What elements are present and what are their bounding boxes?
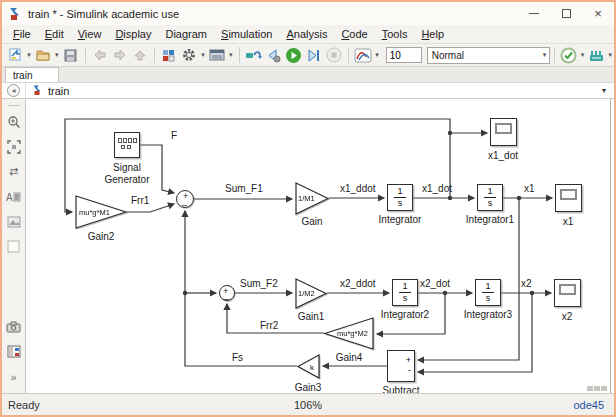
back-circle-icon: ◂ xyxy=(11,86,15,95)
status-bar: 106% Ready ode45 xyxy=(2,393,614,415)
direction-arrows-icon: ⇄ xyxy=(9,165,18,178)
signal-x1-dot: x1_dot xyxy=(422,183,452,194)
simulation-data-inspector-button[interactable] xyxy=(353,46,373,65)
block-integrator3[interactable]: 1s xyxy=(475,279,501,306)
up-to-parent-button[interactable] xyxy=(130,46,150,65)
data-inspector-icon xyxy=(354,48,372,63)
menu-diagram[interactable]: Diagram xyxy=(158,26,214,42)
menu-code[interactable]: Code xyxy=(334,26,374,42)
breadcrumb-back-button[interactable]: ◂ xyxy=(7,84,20,97)
tool-palette: ⇄ A » xyxy=(2,99,26,393)
new-model-dropdown[interactable]: ▾ xyxy=(25,51,33,59)
step-back-button[interactable] xyxy=(264,46,284,65)
block-integrator1[interactable]: 1s xyxy=(477,184,503,211)
save-button[interactable] xyxy=(61,46,81,65)
zoom-in-button[interactable] xyxy=(5,113,22,130)
model-settings-button[interactable] xyxy=(179,46,199,65)
block-gain2[interactable]: mu*g*M1 xyxy=(75,195,127,229)
menu-analysis[interactable]: Analysis xyxy=(279,26,334,42)
library-browser-icon xyxy=(161,48,176,63)
run-button[interactable] xyxy=(284,46,304,65)
menu-display[interactable]: Display xyxy=(108,26,158,42)
model-settings-dropdown[interactable]: ▾ xyxy=(199,51,207,59)
build-icon xyxy=(588,48,605,63)
expand-more-icon: » xyxy=(10,371,16,383)
build-dropdown[interactable]: ▾ xyxy=(606,51,614,59)
forward-button[interactable] xyxy=(110,46,130,65)
annotation-icon: A xyxy=(6,191,21,203)
step-forward-icon xyxy=(306,48,321,63)
model-advisor-dropdown[interactable]: ▾ xyxy=(579,51,587,59)
model-browser-button[interactable] xyxy=(5,343,22,360)
block-gain[interactable]: 1/M1 xyxy=(295,182,329,215)
stop-icon xyxy=(326,47,342,63)
block-integrator2[interactable]: 1s xyxy=(392,279,418,306)
block-integrator[interactable]: 1s xyxy=(387,184,413,211)
model-advisor-button[interactable] xyxy=(558,46,578,65)
model-advisor-icon xyxy=(560,47,577,64)
area-box-button[interactable] xyxy=(5,238,22,255)
model-canvas[interactable]: Signal Generator mu*g*M1 Gain2 + _ 1/M1 … xyxy=(27,99,611,393)
save-icon xyxy=(63,48,78,63)
expand-palette-button[interactable]: » xyxy=(5,368,22,385)
simulation-mode-caret: ▾ xyxy=(541,51,549,59)
scope-screen-icon xyxy=(559,284,576,295)
open-button[interactable] xyxy=(33,46,53,65)
block-sum1[interactable]: + _ xyxy=(176,190,194,208)
model-icon xyxy=(32,85,44,96)
label-gain4: Gain4 xyxy=(324,352,374,364)
open-dropdown[interactable]: ▾ xyxy=(53,51,61,59)
stop-button[interactable] xyxy=(324,46,344,65)
annotation-button[interactable]: A xyxy=(5,188,22,205)
signal-x2-ddot: x2_ddot xyxy=(340,278,376,289)
menu-simulation[interactable]: Simulation xyxy=(214,26,279,42)
menu-tools[interactable]: Tools xyxy=(375,26,415,42)
block-gain3[interactable]: k xyxy=(297,354,320,379)
block-gain4[interactable]: mu*g*M2 xyxy=(324,317,374,350)
minimize-button[interactable] xyxy=(518,2,550,25)
menu-help[interactable]: Help xyxy=(414,26,451,42)
tab-train[interactable]: train xyxy=(5,67,59,82)
new-model-button[interactable] xyxy=(5,46,25,65)
image-button[interactable] xyxy=(5,213,22,230)
data-editor-dropdown[interactable]: ▾ xyxy=(227,51,235,59)
model-data-editor-button[interactable] xyxy=(207,46,227,65)
integrator1-den: s xyxy=(488,198,493,209)
breadcrumb-current[interactable]: train xyxy=(48,85,69,97)
block-scope-x2[interactable] xyxy=(554,279,581,307)
data-inspector-dropdown[interactable]: ▾ xyxy=(373,51,381,59)
stop-time-input[interactable] xyxy=(386,47,422,63)
block-scope-x1[interactable] xyxy=(555,184,582,212)
branch-dot xyxy=(448,131,452,135)
library-browser-button[interactable] xyxy=(159,46,179,65)
signal-f: F xyxy=(171,130,177,141)
breadcrumb-dropdown[interactable]: ▾ xyxy=(602,86,606,95)
direction-arrows-button[interactable]: ⇄ xyxy=(5,163,22,180)
block-gain1[interactable]: 1/M2 xyxy=(295,278,327,309)
build-button[interactable] xyxy=(586,46,606,65)
close-button[interactable]: × xyxy=(582,2,614,25)
block-subtract[interactable]: + - xyxy=(387,350,415,382)
menu-file[interactable]: File xyxy=(6,26,38,42)
block-scope-x1-dot[interactable] xyxy=(490,118,517,146)
subtract-plus: + xyxy=(406,356,411,365)
update-diagram-button[interactable] xyxy=(243,46,263,65)
step-forward-button[interactable] xyxy=(304,46,324,65)
simulation-mode-combo[interactable]: Normal ▾ xyxy=(427,47,550,64)
solver-name[interactable]: ode45 xyxy=(573,399,604,411)
block-sum2[interactable]: + _ xyxy=(219,285,235,301)
zoom-level[interactable]: 106% xyxy=(2,399,614,411)
screenshot-button[interactable] xyxy=(5,318,22,335)
menu-view[interactable]: View xyxy=(71,26,109,42)
label-integrator: Integrator xyxy=(365,214,435,226)
fit-to-view-button[interactable] xyxy=(5,138,22,155)
back-button[interactable] xyxy=(90,46,110,65)
integrator3-den: s xyxy=(486,293,491,304)
scrollbar-corner[interactable] xyxy=(587,386,607,391)
signal-frr1: Frr1 xyxy=(131,195,149,206)
maximize-button[interactable] xyxy=(550,2,582,25)
integrator-num: 1 xyxy=(394,186,405,198)
label-gain2: Gain2 xyxy=(76,231,126,243)
menu-edit[interactable]: Edit xyxy=(38,26,71,42)
block-signal-generator[interactable] xyxy=(114,132,140,158)
